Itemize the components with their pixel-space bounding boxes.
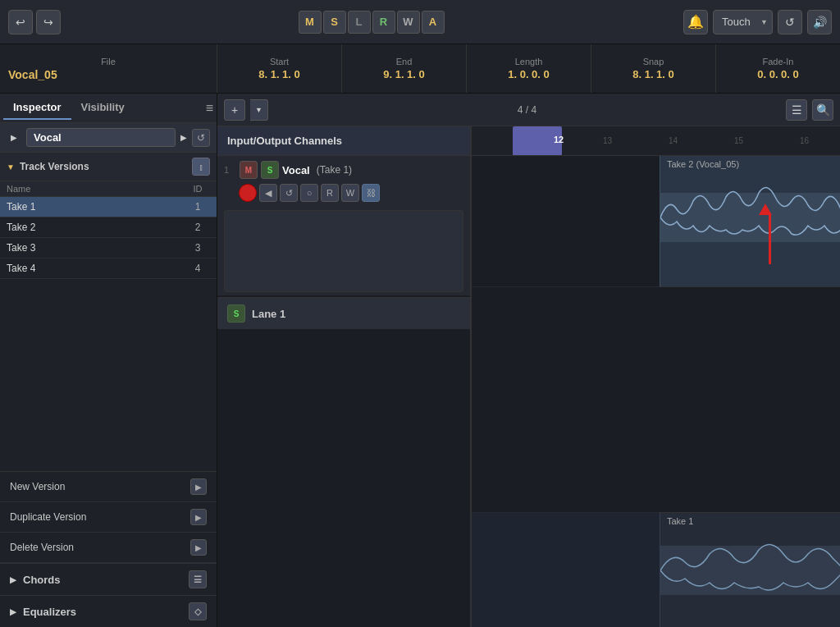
- chain-button[interactable]: ⛓: [362, 184, 380, 202]
- undo-redo-group: ↩ ↪: [8, 10, 61, 34]
- track-cycle-button[interactable]: ↺: [192, 129, 210, 147]
- equalizers-settings-icon[interactable]: ◇: [189, 602, 207, 620]
- mute-button[interactable]: M: [240, 161, 258, 179]
- take2-waveform: [660, 172, 840, 263]
- track-count: 4 / 4: [273, 104, 781, 116]
- track-name-display: Vocal: [26, 128, 176, 147]
- take1-label: Take 1: [660, 513, 840, 529]
- version-id: 2: [185, 222, 210, 233]
- table-row[interactable]: Take 4 4: [0, 259, 217, 279]
- chords-settings-icon[interactable]: ☰: [189, 570, 207, 588]
- tv-collapse-arrow: ▼: [7, 162, 15, 172]
- tab-visibility[interactable]: Visibility: [71, 96, 135, 120]
- delete-version-button[interactable]: Delete Version ▶: [0, 533, 217, 563]
- list-view-button[interactable]: ☰: [786, 99, 807, 121]
- version-name: Take 2: [7, 222, 185, 233]
- main-area: Inspector Visibility ≡ ▶ Vocal ▶ ↺ ▼ Tra…: [0, 94, 840, 627]
- file-info: File Vocal_05: [0, 44, 217, 93]
- chords-label: Chords: [23, 574, 182, 586]
- version-name: Take 3: [7, 242, 185, 254]
- action-buttons: New Version ▶ Duplicate Version ▶ Delete…: [0, 471, 217, 563]
- speaker-button[interactable]: 🔊: [807, 10, 832, 34]
- refresh-button[interactable]: ↺: [778, 10, 802, 34]
- col-name-header: Name: [7, 184, 185, 194]
- version-name: Take 4: [7, 263, 185, 274]
- left-panel: Inspector Visibility ≡ ▶ Vocal ▶ ↺ ▼ Tra…: [0, 94, 217, 627]
- tab-inspector[interactable]: Inspector: [3, 96, 71, 120]
- record-button[interactable]: [239, 184, 257, 202]
- monitor-button[interactable]: ◀: [259, 184, 277, 202]
- metronome-icon[interactable]: 🔔: [683, 10, 708, 34]
- redo-button[interactable]: ↪: [36, 10, 61, 34]
- inspector-tabs: Inspector Visibility ≡: [0, 94, 217, 123]
- transport-r-button[interactable]: R: [372, 11, 395, 34]
- duplicate-version-icon: ▶: [190, 509, 207, 525]
- solo-button[interactable]: S: [261, 161, 279, 179]
- chords-row[interactable]: ▶ Chords ☰: [0, 563, 217, 595]
- undo-button[interactable]: ↩: [8, 10, 33, 34]
- empty-top-area: [472, 156, 660, 287]
- table-row[interactable]: Take 3 3: [0, 238, 217, 259]
- length-label: Length: [515, 57, 543, 66]
- equalizers-label: Equalizers: [23, 606, 182, 618]
- duplicate-version-label: Duplicate Version: [10, 511, 86, 523]
- snap-label: Snap: [643, 57, 664, 66]
- channel-header: + ▼ 4 / 4 ☰ 🔍: [217, 94, 840, 126]
- transport-w-button[interactable]: W: [397, 11, 420, 34]
- playhead-number: 12: [554, 135, 564, 144]
- add-track-dropdown[interactable]: ▼: [250, 99, 268, 121]
- transport-a-button[interactable]: A: [422, 11, 445, 34]
- track-name-label: Vocal: [282, 164, 310, 176]
- version-id: 1: [185, 201, 210, 213]
- table-row[interactable]: Take 1 1: [0, 197, 217, 217]
- inspector-menu-button[interactable]: ≡: [206, 101, 213, 116]
- ruler-tick-4: 16: [800, 136, 809, 145]
- write-button[interactable]: W: [341, 184, 359, 202]
- track-nav-arrow: ▶: [180, 133, 187, 142]
- duplicate-version-button[interactable]: Duplicate Version ▶: [0, 502, 217, 533]
- new-version-button[interactable]: New Version ▶: [0, 472, 217, 502]
- table-row[interactable]: Take 2 2: [0, 217, 217, 238]
- search-button[interactable]: 🔍: [812, 99, 833, 121]
- new-version-icon: ▶: [190, 478, 207, 495]
- length-value: 1. 0. 0. 0: [508, 68, 550, 80]
- cycle-button[interactable]: ↺: [280, 184, 298, 202]
- snap-value: 8. 1. 1. 0: [632, 68, 674, 80]
- fadein-value: 0. 0. 0. 0: [757, 68, 799, 80]
- take-label: (Take 1): [317, 164, 352, 176]
- track-play-button[interactable]: ▶: [7, 130, 21, 145]
- version-id: 3: [185, 242, 210, 254]
- empty-bottom-area: [472, 512, 660, 627]
- start-info: Start 8. 1. 1. 0: [217, 44, 342, 93]
- transport-s-button[interactable]: S: [323, 11, 346, 34]
- take1-waveform: [660, 529, 840, 611]
- transport-l-button[interactable]: L: [348, 11, 371, 34]
- new-version-label: New Version: [10, 481, 65, 492]
- versions-table-header: Name ID: [0, 181, 217, 197]
- equalizers-arrow-icon: ▶: [10, 607, 16, 616]
- delete-version-icon: ▶: [190, 539, 207, 556]
- start-value: 8. 1. 1. 0: [258, 68, 300, 80]
- take2-label: Take 2 (Vocal_05): [660, 156, 840, 172]
- lane-solo-button[interactable]: S: [227, 304, 245, 323]
- delete-version-label: Delete Version: [10, 542, 74, 553]
- end-value: 9. 1. 1. 0: [383, 68, 425, 80]
- red-arrow-indicator: [763, 204, 776, 264]
- versions-spacer: [0, 279, 217, 471]
- track-volume-area: [224, 210, 463, 292]
- transport-m-button[interactable]: M: [299, 11, 322, 34]
- lane-name: Lane 1: [252, 308, 285, 320]
- equalizers-row[interactable]: ▶ Equalizers ◇: [0, 595, 217, 627]
- touch-controls-group: 🔔 Touch Latch Read Write ↺ 🔊: [683, 10, 832, 34]
- read-button[interactable]: R: [321, 184, 339, 202]
- info-bar: File Vocal_05 Start 8. 1. 1. 0 End 9. 1.…: [0, 44, 840, 94]
- transport-controls: M S L R W A: [299, 11, 445, 34]
- track-lanes-left: Input/Output Channels 1 M S Vocal (Take …: [217, 126, 472, 627]
- touch-mode-select[interactable]: Touch Latch Read Write: [713, 10, 773, 34]
- take1-clip: Take 1: [660, 512, 840, 627]
- track-versions-header[interactable]: ▼ Track Versions ⫿: [0, 153, 217, 181]
- svg-rect-0: [660, 193, 840, 242]
- null-button[interactable]: ○: [300, 184, 318, 202]
- add-track-button[interactable]: +: [224, 99, 245, 121]
- tv-icon[interactable]: ⫿: [192, 158, 210, 176]
